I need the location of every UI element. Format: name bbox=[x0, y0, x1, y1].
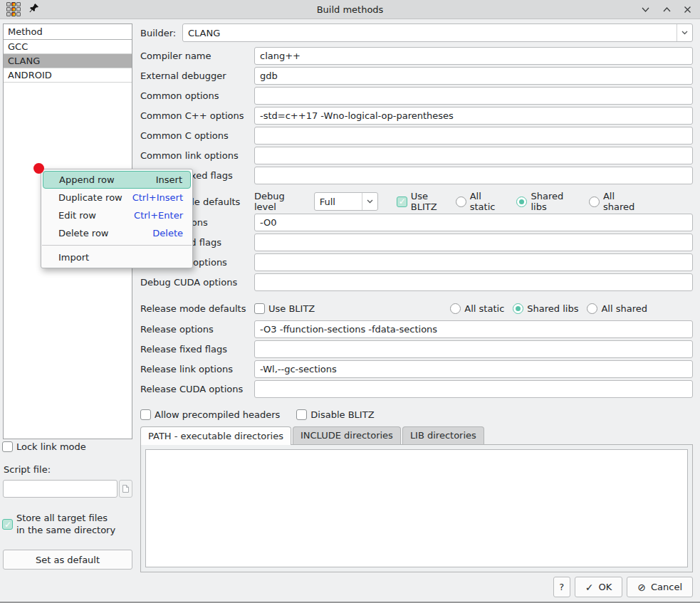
debug-level-combobox[interactable]: Full bbox=[314, 192, 378, 211]
window-close-icon[interactable] bbox=[684, 6, 691, 14]
build-methods-dialog: { "titlebar": { "title": "Build methods"… bbox=[0, 0, 700, 603]
debug-use-blitz-checkbox[interactable]: Use BLITZ bbox=[397, 191, 456, 212]
store-target-files-checkbox[interactable]: Store all target files in the same direc… bbox=[2, 512, 115, 536]
method-row-clang[interactable]: CLANG bbox=[4, 54, 132, 68]
set-as-default-button[interactable]: Set as default bbox=[3, 550, 132, 570]
shortcut-label: Insert bbox=[156, 174, 182, 185]
field-label: Release CUDA options bbox=[140, 384, 254, 394]
field-label: Release fixed flags bbox=[140, 344, 254, 355]
menu-item-append-row[interactable]: Append row Insert bbox=[43, 171, 191, 189]
release-use-blitz-checkbox[interactable]: Use BLITZ bbox=[254, 303, 315, 314]
field-label: Common C options bbox=[140, 130, 254, 141]
radio-icon bbox=[456, 196, 466, 207]
window-maximize-icon[interactable] bbox=[662, 6, 672, 13]
method-list-header[interactable]: Method bbox=[4, 24, 132, 40]
method-row-gcc[interactable]: GCC bbox=[4, 40, 132, 54]
common-c-options-input[interactable] bbox=[254, 127, 693, 145]
common-fixed-flags-input[interactable] bbox=[254, 167, 693, 184]
release-link-mode-radios: All static Shared libs All shared bbox=[450, 303, 647, 314]
titlebar: Build methods bbox=[0, 0, 700, 19]
external-debugger-input[interactable] bbox=[254, 67, 693, 85]
chevron-down-icon[interactable] bbox=[677, 24, 692, 41]
script-file-browse-button[interactable] bbox=[119, 480, 132, 498]
debug-all-shared-radio[interactable]: All shared bbox=[589, 191, 647, 212]
path-directories-list[interactable] bbox=[145, 449, 688, 567]
help-button[interactable]: ? bbox=[553, 577, 570, 597]
method-row-android[interactable]: ANDROID bbox=[4, 68, 132, 83]
build-method-form: Builder: CLANG Compiler name External de… bbox=[140, 23, 693, 572]
release-options-input[interactable] bbox=[254, 320, 693, 338]
document-icon bbox=[122, 484, 130, 493]
field-label: External debugger bbox=[140, 70, 254, 81]
cancel-icon: ⊘ bbox=[637, 582, 646, 593]
shortcut-label: Ctrl+Insert bbox=[132, 192, 183, 203]
checkbox-icon bbox=[2, 441, 13, 452]
pin-icon[interactable] bbox=[28, 3, 39, 16]
menu-separator bbox=[42, 245, 192, 246]
chevron-down-icon[interactable] bbox=[362, 193, 377, 210]
disable-blitz-checkbox[interactable]: Disable BLITZ bbox=[296, 409, 374, 420]
dialog-buttons: ? ✓ OK ⊘ Cancel bbox=[553, 577, 693, 597]
radio-icon bbox=[587, 303, 597, 314]
tab-include-directories[interactable]: INCLUDE directories bbox=[293, 426, 401, 444]
directories-tab-pane bbox=[140, 444, 693, 572]
menu-item-delete-row[interactable]: Delete row Delete bbox=[41, 224, 192, 242]
debug-link-options-input[interactable] bbox=[254, 253, 693, 271]
common-cpp-options-input[interactable] bbox=[254, 107, 693, 125]
builder-combobox[interactable]: CLANG bbox=[182, 23, 693, 42]
debug-options-input[interactable] bbox=[254, 214, 693, 231]
debug-fixed-flags-input[interactable] bbox=[254, 234, 693, 251]
shortcut-label: Ctrl+Enter bbox=[134, 210, 183, 221]
release-cuda-options-input[interactable] bbox=[254, 380, 693, 398]
release-shared-libs-radio[interactable]: Shared libs bbox=[513, 303, 578, 314]
debug-all-static-radio[interactable]: All static bbox=[456, 191, 508, 212]
debug-shared-libs-radio[interactable]: Shared libs bbox=[516, 191, 580, 212]
debug-level-label: Debug level bbox=[254, 191, 308, 212]
builder-value: CLANG bbox=[188, 28, 220, 38]
shortcut-label: Delete bbox=[152, 228, 183, 238]
radio-icon bbox=[516, 196, 527, 207]
check-icon: ✓ bbox=[585, 582, 594, 593]
menu-item-edit-row[interactable]: Edit row Ctrl+Enter bbox=[41, 206, 192, 224]
compiler-name-input[interactable] bbox=[254, 47, 693, 65]
field-label: Compiler name bbox=[140, 51, 254, 61]
common-options-input[interactable] bbox=[254, 87, 693, 105]
release-all-shared-radio[interactable]: All shared bbox=[587, 303, 647, 314]
field-label: Common options bbox=[140, 90, 254, 101]
cancel-button[interactable]: ⊘ Cancel bbox=[627, 577, 693, 597]
menu-item-duplicate-row[interactable]: Duplicate row Ctrl+Insert bbox=[41, 189, 192, 206]
checkbox-icon bbox=[2, 519, 13, 530]
field-label: Release link options bbox=[140, 364, 254, 374]
debug-mode-defaults-row: Debug mode defaults Debug level Full Use… bbox=[140, 192, 693, 211]
script-file-input[interactable] bbox=[3, 480, 117, 498]
debug-link-mode-radios: All static Shared libs All shared bbox=[456, 191, 647, 212]
field-label: Common link options bbox=[140, 150, 254, 161]
tab-path-directories[interactable]: PATH - executable directories bbox=[140, 426, 291, 445]
section-label: Release mode defaults bbox=[140, 303, 254, 314]
field-label: Common C++ options bbox=[140, 110, 254, 121]
app-icon bbox=[6, 2, 21, 16]
menu-item-import[interactable]: Import bbox=[41, 248, 192, 266]
lock-link-mode-checkbox[interactable]: Lock link mode bbox=[2, 441, 86, 452]
window-title: Build methods bbox=[0, 4, 700, 15]
checkbox-icon bbox=[296, 409, 307, 420]
checkbox-icon bbox=[140, 409, 151, 420]
debug-level-value: Full bbox=[320, 196, 335, 207]
tab-lib-directories[interactable]: LIB directories bbox=[402, 426, 484, 444]
window-shade-icon[interactable] bbox=[641, 6, 650, 13]
cursor-click-indicator bbox=[33, 163, 44, 174]
ok-button[interactable]: ✓ OK bbox=[575, 577, 623, 597]
checkbox-icon bbox=[397, 196, 407, 207]
common-link-options-input[interactable] bbox=[254, 147, 693, 164]
radio-icon bbox=[450, 303, 461, 314]
script-file-label: Script file: bbox=[4, 464, 51, 475]
release-link-options-input[interactable] bbox=[254, 360, 693, 378]
builder-label: Builder: bbox=[140, 28, 182, 38]
allow-precompiled-headers-checkbox[interactable]: Allow precompiled headers bbox=[140, 409, 280, 420]
checkbox-icon bbox=[254, 303, 265, 314]
debug-cuda-options-input[interactable] bbox=[254, 273, 693, 291]
release-fixed-flags-input[interactable] bbox=[254, 340, 693, 358]
radio-icon bbox=[513, 303, 523, 314]
release-all-static-radio[interactable]: All static bbox=[450, 303, 504, 314]
field-label: Release options bbox=[140, 324, 254, 335]
